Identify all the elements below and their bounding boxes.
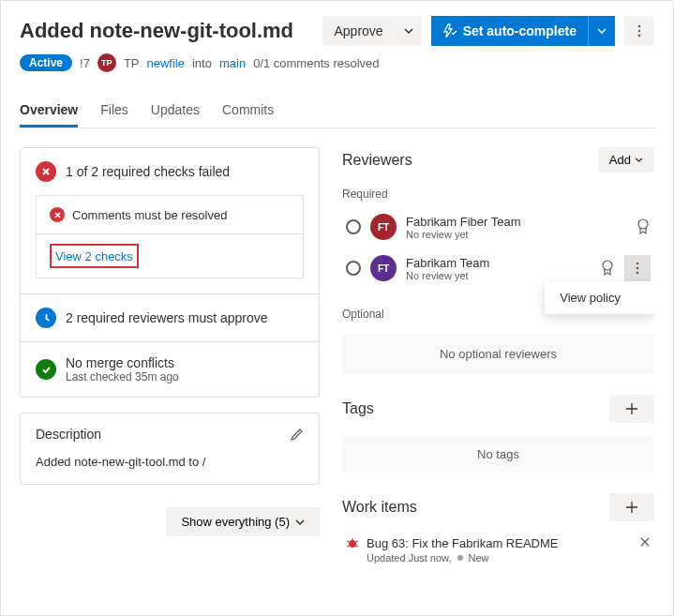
- checks-card: 1 of 2 required checks failed Comments m…: [20, 147, 320, 398]
- add-tag-button[interactable]: [609, 395, 654, 423]
- chevron-down-icon: [597, 28, 607, 34]
- approve-button[interactable]: Approve: [322, 16, 395, 46]
- vote-radio[interactable]: [346, 261, 361, 276]
- svg-point-4: [638, 219, 648, 229]
- pencil-icon: [290, 428, 304, 442]
- reviewer-row: FT Fabrikam Team No review yet View poli…: [342, 248, 654, 289]
- tab-updates[interactable]: Updates: [151, 95, 200, 128]
- remove-work-item-button[interactable]: [639, 536, 651, 548]
- chevron-down-icon: [404, 28, 413, 34]
- work-item-state: New: [469, 552, 489, 563]
- required-badge-icon: [600, 260, 615, 277]
- tab-files[interactable]: Files: [100, 95, 128, 128]
- reviewer-status: No review yet: [406, 229, 626, 240]
- tab-commits[interactable]: Commits: [222, 95, 274, 128]
- optional-empty: No optional reviewers: [342, 334, 654, 374]
- svg-point-9: [349, 540, 356, 548]
- clock-icon: [36, 308, 56, 328]
- add-reviewer-button[interactable]: Add: [598, 147, 654, 173]
- success-icon: [36, 359, 56, 380]
- lightning-check-icon: [442, 23, 457, 38]
- merge-status: No merge conflicts: [66, 355, 179, 370]
- reviewer-avatar: FT: [370, 255, 397, 281]
- vertical-dots-icon: [636, 262, 639, 275]
- into-label: into: [192, 56, 212, 70]
- reviewer-more-button[interactable]: [624, 255, 651, 281]
- svg-point-7: [637, 267, 639, 270]
- target-branch-link[interactable]: main: [219, 56, 246, 70]
- reviewers-required-text: 2 required reviewers must approve: [66, 310, 268, 325]
- reviewer-context-menu[interactable]: View policy: [545, 281, 654, 314]
- author-name: TP: [124, 56, 140, 70]
- view-checks-link[interactable]: View 2 checks: [55, 249, 133, 263]
- plus-icon: [625, 501, 638, 514]
- show-everything-button[interactable]: Show everything (5): [166, 507, 320, 536]
- reviewers-heading: Reviewers: [342, 152, 412, 169]
- work-item-updated: Updated Just now,: [367, 552, 452, 563]
- author-avatar: TP: [97, 53, 116, 72]
- svg-point-6: [637, 263, 639, 265]
- merge-checked: Last checked 35m ago: [66, 370, 179, 383]
- set-autocomplete-button[interactable]: Set auto-complete: [431, 16, 589, 46]
- fail-icon: [36, 161, 56, 182]
- reviewer-name: Fabrikam Fiber Team: [406, 215, 626, 229]
- chevron-down-icon: [295, 519, 305, 525]
- vote-radio[interactable]: [346, 219, 361, 234]
- plus-icon: [625, 402, 638, 415]
- chevron-down-icon: [635, 158, 643, 162]
- description-body: Added note-new-git-tool.md to /: [21, 455, 319, 484]
- fail-icon: [50, 207, 65, 222]
- reviewer-name: Fabrikam Team: [406, 256, 591, 270]
- work-item-title: Bug 63: Fix the Fabrikam README: [367, 536, 632, 550]
- close-icon: [639, 536, 651, 548]
- pr-id: !7: [80, 56, 90, 70]
- comments-resolved: 0/1 comments resolved: [253, 56, 379, 70]
- autocomplete-caret[interactable]: [589, 16, 615, 46]
- required-label: Required: [342, 188, 654, 201]
- status-badge: Active: [20, 54, 72, 71]
- svg-point-2: [638, 35, 641, 38]
- work-item-row[interactable]: Bug 63: Fix the Fabrikam README Updated …: [342, 529, 654, 571]
- reviewer-avatar: FT: [370, 214, 397, 240]
- add-work-item-button[interactable]: [609, 493, 654, 521]
- tags-heading: Tags: [342, 400, 374, 417]
- description-card: Description Added note-new-git-tool.md t…: [20, 413, 320, 485]
- svg-point-0: [638, 25, 641, 28]
- work-items-heading: Work items: [342, 499, 417, 516]
- checks-summary: 1 of 2 required checks failed: [66, 164, 230, 179]
- page-title: Added note-new-git-tool.md: [20, 19, 313, 43]
- tags-empty: No tags: [342, 436, 654, 473]
- more-actions-button[interactable]: [624, 16, 654, 46]
- svg-point-8: [637, 272, 639, 275]
- svg-point-1: [638, 30, 641, 33]
- reviewer-row: FT Fabrikam Fiber Team No review yet: [342, 206, 654, 248]
- svg-point-5: [603, 261, 612, 270]
- approve-caret[interactable]: [396, 16, 422, 46]
- reviewer-status: No review yet: [406, 270, 591, 281]
- description-heading: Description: [36, 427, 101, 442]
- source-branch-link[interactable]: newfile: [147, 56, 185, 70]
- check-item: Comments must be resolved: [37, 196, 303, 233]
- required-badge-icon: [636, 218, 651, 235]
- tab-overview[interactable]: Overview: [20, 95, 78, 128]
- bug-icon: [346, 536, 359, 549]
- vertical-dots-icon: [637, 24, 641, 38]
- state-dot-icon: [457, 555, 463, 561]
- edit-description-button[interactable]: [290, 428, 304, 442]
